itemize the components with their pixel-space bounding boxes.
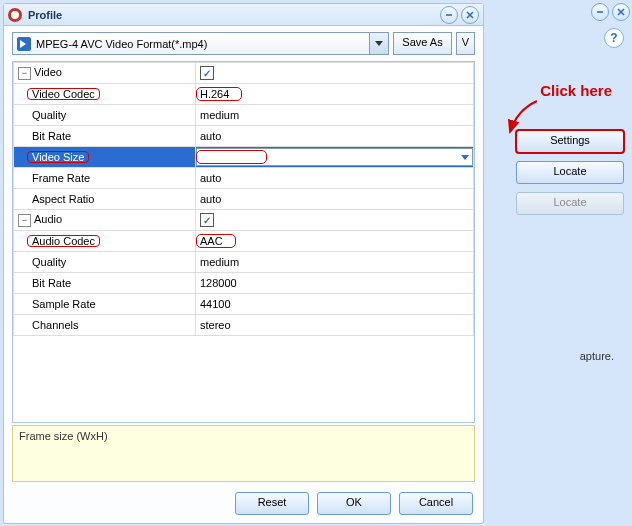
video-size-dropdown-icon[interactable] bbox=[458, 149, 472, 165]
capture-text-fragment: apture. bbox=[580, 350, 614, 362]
gear-icon bbox=[8, 8, 22, 22]
audio-quality-value: medium bbox=[196, 252, 474, 273]
chevron-down-icon[interactable] bbox=[369, 33, 388, 54]
audio-sample-row[interactable]: Sample Rate 44100 bbox=[14, 294, 474, 315]
video-quality-value: medium bbox=[196, 105, 474, 126]
video-framerate-label: Frame Rate bbox=[14, 168, 196, 189]
profile-title: Profile bbox=[28, 9, 440, 21]
audio-quality-row[interactable]: Quality medium bbox=[14, 252, 474, 273]
video-framerate-value: auto bbox=[196, 168, 474, 189]
reset-button[interactable]: Reset bbox=[235, 492, 309, 515]
audio-channels-row[interactable]: Channels stereo bbox=[14, 315, 474, 336]
collapse-icon[interactable]: − bbox=[18, 67, 31, 80]
minimize-icon[interactable] bbox=[591, 3, 609, 21]
video-size-row[interactable]: Video Size 1920x1080 bbox=[14, 147, 474, 168]
audio-sample-label: Sample Rate bbox=[14, 294, 196, 315]
close-icon[interactable] bbox=[612, 3, 630, 21]
video-bitrate-row[interactable]: Bit Rate auto bbox=[14, 126, 474, 147]
audio-bitrate-label: Bit Rate bbox=[14, 273, 196, 294]
format-value: MPEG-4 AVC Video Format(*.mp4) bbox=[36, 38, 207, 50]
settings-button[interactable]: Settings bbox=[516, 130, 624, 153]
audio-group-label: Audio bbox=[34, 213, 62, 225]
audio-channels-label: Channels bbox=[14, 315, 196, 336]
profile-titlebar: Profile bbox=[4, 4, 483, 26]
video-aspect-value: auto bbox=[196, 189, 474, 210]
help-icon[interactable]: ? bbox=[604, 28, 624, 48]
hint-panel: Frame size (WxH) bbox=[12, 425, 475, 482]
dialog-close-icon[interactable] bbox=[461, 6, 479, 24]
audio-checkbox[interactable]: ✓ bbox=[200, 213, 214, 227]
video-group-row[interactable]: −Video ✓ bbox=[14, 63, 474, 84]
cancel-button[interactable]: Cancel bbox=[399, 492, 473, 515]
collapse-icon[interactable]: − bbox=[18, 214, 31, 227]
video-aspect-row[interactable]: Aspect Ratio auto bbox=[14, 189, 474, 210]
video-quality-row[interactable]: Quality medium bbox=[14, 105, 474, 126]
video-format-icon bbox=[17, 37, 31, 51]
video-codec-value: H.264 bbox=[197, 88, 241, 100]
video-size-value[interactable]: 1920x1080 bbox=[197, 151, 266, 163]
video-framerate-row[interactable]: Frame Rate auto bbox=[14, 168, 474, 189]
audio-quality-label: Quality bbox=[14, 252, 196, 273]
audio-codec-row[interactable]: Audio Codec AAC bbox=[14, 231, 474, 252]
click-here-annotation: Click here bbox=[540, 82, 612, 99]
audio-sample-value: 44100 bbox=[196, 294, 474, 315]
audio-bitrate-row[interactable]: Bit Rate 128000 bbox=[14, 273, 474, 294]
video-size-label: Video Size bbox=[27, 151, 89, 163]
save-as-button[interactable]: Save As bbox=[393, 32, 451, 55]
video-codec-row[interactable]: Video Codec H.264 bbox=[14, 84, 474, 105]
format-combobox[interactable]: MPEG-4 AVC Video Format(*.mp4) bbox=[12, 32, 389, 55]
video-bitrate-label: Bit Rate bbox=[14, 126, 196, 147]
locate-button-disabled: Locate bbox=[516, 192, 624, 215]
v-button[interactable]: V bbox=[456, 32, 475, 55]
audio-codec-value: AAC bbox=[197, 235, 235, 247]
audio-group-row[interactable]: −Audio ✓ bbox=[14, 210, 474, 231]
dialog-minimize-icon[interactable] bbox=[440, 6, 458, 24]
audio-codec-label: Audio Codec bbox=[27, 235, 100, 247]
video-bitrate-value: auto bbox=[196, 126, 474, 147]
locate-button[interactable]: Locate bbox=[516, 161, 624, 184]
video-quality-label: Quality bbox=[14, 105, 196, 126]
video-aspect-label: Aspect Ratio bbox=[14, 189, 196, 210]
video-group-label: Video bbox=[34, 66, 62, 78]
audio-channels-value: stereo bbox=[196, 315, 474, 336]
profile-dialog: Profile MPEG-4 AVC Video Format(*.mp4) S… bbox=[3, 3, 484, 524]
ok-button[interactable]: OK bbox=[317, 492, 391, 515]
video-codec-label: Video Codec bbox=[27, 88, 100, 100]
property-grid: −Video ✓ Video Codec H.264 Quality mediu… bbox=[12, 61, 475, 423]
audio-bitrate-value: 128000 bbox=[196, 273, 474, 294]
video-checkbox[interactable]: ✓ bbox=[200, 66, 214, 80]
